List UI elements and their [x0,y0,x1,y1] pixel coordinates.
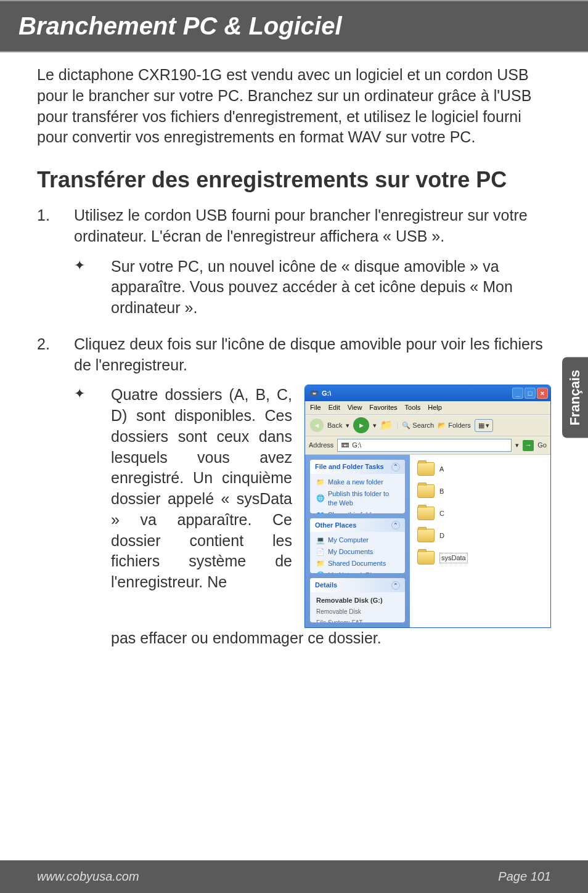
folder-icon [417,462,435,476]
computer-icon: 💻 [316,536,325,545]
drive-icon: 📼 [310,389,319,398]
folder-d[interactable]: D [417,529,543,542]
panel3-title: Details [315,581,337,590]
step-2-text: Cliquez deux fois sur l'icône de disque … [74,335,543,373]
xp-file-pane: A B C [410,455,550,627]
close-button[interactable]: × [537,388,548,399]
place-my-computer-label: My Computer [328,536,369,545]
maximize-button[interactable]: □ [525,388,536,399]
share-icon: 👥 [316,510,325,513]
menu-tools[interactable]: Tools [405,403,421,412]
forward-button[interactable]: ► [353,417,369,433]
footer-page: Page 101 [498,870,551,884]
folder-icon [417,484,435,498]
address-dropdown-icon[interactable]: ▾ [515,441,519,450]
place-network-label: My Network Places [328,571,386,573]
panel-other-places-header[interactable]: Other Places ⌃ [310,518,405,532]
xp-addressbar: Address 📼 G:\ ▾ → Go [305,436,550,455]
minimize-button[interactable]: _ [512,388,523,399]
collapse-icon[interactable]: ⌃ [391,463,400,471]
task-publish-label: Publish this folder to the Web [328,489,399,508]
toolbar-separator: | [396,421,398,430]
panel1-title: File and Folder Tasks [315,462,384,471]
folder-b[interactable]: B [417,484,543,498]
address-input[interactable]: 📼 G:\ [337,439,512,452]
search-label: Search [412,421,434,430]
up-button[interactable]: 📁 [380,418,393,432]
xp-menubar: File Edit View Favorites Tools Help [305,401,550,415]
step-2: Cliquez deux fois sur l'icône de disque … [37,334,551,649]
folders-icon: 📂 [438,421,446,430]
xp-title: G:\ [322,389,331,398]
task-new-folder-label: Make a new folder [328,478,383,487]
step-2-sub-text-b: pas effacer ou endommager ce dossier. [111,628,551,649]
menu-file[interactable]: File [310,403,321,412]
place-my-computer[interactable]: 💻My Computer [316,536,399,545]
footer-url: www.cobyusa.com [37,870,139,884]
search-icon: 🔍 [402,421,410,430]
detail-disk-name: Removable Disk (G:) [316,596,399,605]
search-button[interactable]: 🔍 Search [402,421,434,430]
xp-toolbar: ◄ Back ▾ ► ▾ 📁 | 🔍 Search [305,415,550,436]
documents-icon: 📄 [316,547,325,557]
menu-favorites[interactable]: Favorites [369,403,397,412]
address-label: Address [309,441,333,450]
shared-icon: 📁 [316,559,325,568]
task-share-label: Share this folder [328,510,377,513]
task-publish[interactable]: 🌐Publish this folder to the Web [316,489,399,508]
language-tab: Français [562,357,588,438]
folders-button[interactable]: 📂 Folders [438,421,471,430]
collapse-icon[interactable]: ⌃ [391,521,400,529]
content-area: Le dictaphone CXR190-1G est vendu avec u… [0,52,588,649]
step-1-sub-text: Sur votre PC, un nouvel icône de « disqu… [111,258,513,317]
menu-edit[interactable]: Edit [329,403,340,412]
folder-c-label: C [439,509,444,518]
page-title: Branchement PC & Logiciel [18,12,342,39]
page-header: Branchement PC & Logiciel [0,0,588,52]
place-shared-docs[interactable]: 📁Shared Documents [316,559,399,568]
place-network[interactable]: 🌐My Network Places [316,571,399,573]
section-heading: Transférer des enregistrements sur votre… [37,166,551,193]
step-1-sublist: Sur votre PC, un nouvel icône de « disqu… [74,256,551,319]
step-1-text: Utilisez le cordon USB fourni pour branc… [74,206,528,245]
folder-a[interactable]: A [417,462,543,476]
task-share[interactable]: 👥Share this folder [316,510,399,513]
back-button[interactable]: ◄ [310,418,324,432]
go-button[interactable]: → [523,440,534,451]
panel-details: Details ⌃ Removable Disk (G:) Removable … [310,578,405,622]
xp-titlebar: 📼 G:\ _ □ × [305,385,550,401]
folder-d-label: D [439,531,444,540]
folder-icon [417,507,435,520]
menu-view[interactable]: View [348,403,362,412]
page-footer: www.cobyusa.com Page 101 [0,860,588,893]
detail-filesystem: File System: FAT [316,619,399,622]
task-new-folder[interactable]: 📁Make a new folder [316,478,399,487]
new-folder-icon: 📁 [316,478,325,487]
views-dropdown-icon: ▾ [486,421,489,430]
forward-dropdown-icon[interactable]: ▾ [373,421,377,430]
xp-sidebar: File and Folder Tasks ⌃ 📁Make a new fold… [305,455,410,627]
views-icon: ▦ [478,421,484,430]
panel-file-tasks-header[interactable]: File and Folder Tasks ⌃ [310,460,405,474]
panel-other-places: Other Places ⌃ 💻My Computer 📄My Document… [310,518,405,574]
views-button[interactable]: ▦ ▾ [475,419,493,432]
folder-sysdata[interactable]: sysData [417,551,543,565]
back-label: Back [327,421,342,430]
network-icon: 🌐 [316,571,325,573]
step-2-sub-text-a: Quatre dossiers (A, B, C, D) sont dispon… [111,385,292,593]
place-my-documents[interactable]: 📄My Documents [316,547,399,557]
step-1: Utilisez le cordon USB fourni pour branc… [37,205,551,319]
folder-c[interactable]: C [417,507,543,520]
folder-a-label: A [439,465,444,474]
place-my-documents-label: My Documents [328,547,373,557]
folders-label: Folders [448,421,471,430]
panel-details-header[interactable]: Details ⌃ [310,578,405,592]
steps-list: Utilisez le cordon USB fourni pour branc… [37,205,551,649]
address-value: G:\ [352,441,361,450]
menu-help[interactable]: Help [428,403,442,412]
panel2-title: Other Places [315,521,356,530]
place-shared-docs-label: Shared Documents [328,559,386,568]
collapse-icon[interactable]: ⌃ [391,581,400,590]
go-label: Go [537,441,547,450]
back-dropdown-icon[interactable]: ▾ [346,421,349,430]
